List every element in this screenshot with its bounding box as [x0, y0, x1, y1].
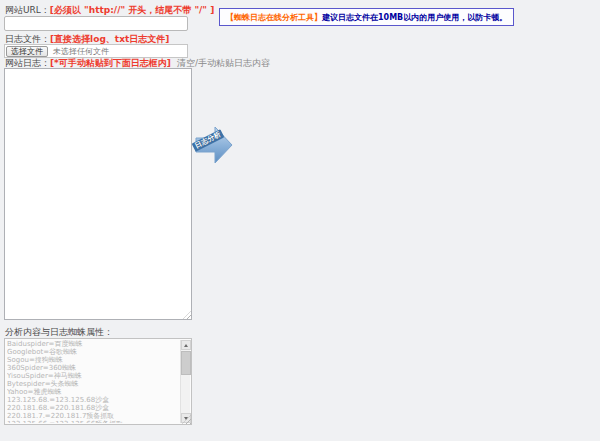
file-input[interactable]: 选择文件 未选择任何文件	[4, 44, 188, 58]
file-status-text: 未选择任何文件	[53, 46, 109, 57]
url-hint: [必须以 "http://" 开头，结尾不带 "/" ]	[50, 5, 214, 15]
spider-scrollbar[interactable]	[180, 340, 190, 423]
clear-paste-link[interactable]: 清空/手动粘贴日志内容	[177, 58, 270, 68]
url-label: 网站URL：	[5, 5, 50, 15]
scroll-up-button[interactable]	[181, 340, 191, 350]
notice-body: 建议日志文件在10MB以内的用户使用，以防卡顿。	[322, 12, 507, 23]
logfile-label: 日志文件：	[5, 34, 50, 44]
spider-properties-text: Baiduspider=百度蜘蛛 Googlebot=谷歌蜘蛛 Sogou=搜狗…	[7, 340, 178, 423]
log-analyzer-page: 网站URL：[必须以 "http://" 开头，结尾不带 "/" ] 日志文件：…	[0, 0, 600, 441]
notice-box: 【蜘蛛日志在线分析工具】建议日志文件在10MB以内的用户使用，以防卡顿。	[219, 8, 514, 26]
arrow-up-icon	[184, 344, 188, 347]
sitelog-hint: [*可手动粘贴到下面日志框内]	[50, 58, 171, 68]
choose-file-button[interactable]: 选择文件	[6, 46, 48, 57]
sitelog-label: 网站日志：	[5, 58, 50, 68]
analyze-button[interactable]: 日志分析	[195, 123, 235, 169]
log-paste-textarea[interactable]	[4, 68, 192, 320]
url-input[interactable]	[4, 16, 188, 31]
scrollbar-thumb[interactable]	[181, 351, 191, 375]
notice-title: 【蜘蛛日志在线分析工具】	[226, 12, 322, 23]
spider-properties-box[interactable]: Baiduspider=百度蜘蛛 Googlebot=谷歌蜘蛛 Sogou=搜狗…	[4, 338, 192, 425]
logfile-hint: [直接选择log、txt日志文件]	[50, 34, 169, 44]
